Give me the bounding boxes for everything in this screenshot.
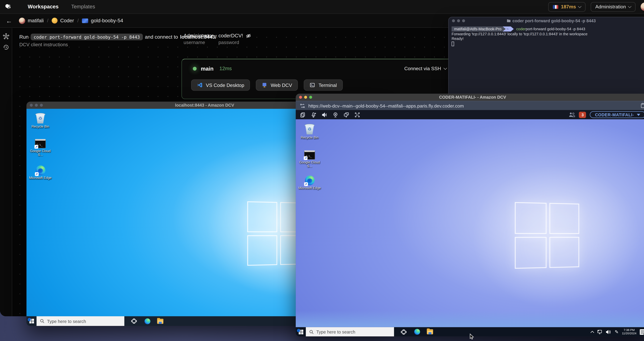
resources-topology-icon[interactable] <box>0 31 12 42</box>
agent-name: main <box>201 65 214 72</box>
command-name: coder <box>516 27 526 31</box>
shortcut-arrow-icon: ↗ <box>34 145 38 148</box>
chevron-down-icon <box>578 4 582 8</box>
terminal-output-line: Ready! <box>452 36 644 41</box>
breadcrumb-workspace-label: gold-booby-54 <box>91 18 123 24</box>
connect-via-ssh-label: Connect via SSH <box>404 66 441 71</box>
top-navigation: Workspaces Templates 187ms Administratio… <box>0 0 644 14</box>
password-field: coderDCV! password <box>218 33 251 45</box>
folder-icon <box>506 19 511 23</box>
chevron-down-icon <box>444 66 447 70</box>
users-icon[interactable] <box>569 112 575 117</box>
connect-via-ssh-button[interactable]: Connect via SSH <box>404 66 446 71</box>
administration-label: Administration <box>595 4 626 9</box>
desktop-icon-recycle-bin[interactable]: ♻ Recycle Bin <box>298 124 321 140</box>
terminal-label: Terminal <box>318 82 337 88</box>
desktop-icon-google-cloud[interactable]: C:\_ ↗ Google Cloud S... <box>29 139 52 157</box>
user-avatar[interactable] <box>641 2 644 11</box>
taskbar-edge-button[interactable] <box>414 329 420 335</box>
command-window-icon: C:\_ ↗ <box>35 139 46 148</box>
vscode-icon <box>197 82 202 88</box>
password-label: password <box>218 40 251 45</box>
coder-logo[interactable] <box>4 3 15 10</box>
desktop-icon-label: Microsoft Edge <box>29 176 52 180</box>
vscode-desktop-button[interactable]: VS Code Desktop <box>191 79 250 91</box>
terminal-titlebar[interactable]: coder port-forward gold-booby-54 -p 8443 <box>448 17 644 24</box>
speaker-icon[interactable] <box>606 330 611 334</box>
monitor-icon <box>262 82 267 88</box>
back-button[interactable]: ← <box>6 17 12 24</box>
coder-logo-icon <box>4 3 11 10</box>
session-menu-button[interactable]: CODER-MATIFALI- <box>590 111 644 118</box>
pen-icon[interactable]: ✎ <box>615 330 618 334</box>
fullscreen-icon[interactable] <box>354 112 360 117</box>
speaker-icon[interactable] <box>322 112 327 117</box>
eye-off-icon[interactable] <box>246 33 251 38</box>
dcv-front-titlebar[interactable]: CODER-MATIFALI- - Amazon DCV <box>296 94 644 101</box>
taskbar-clock[interactable]: 7:38 PM 11/20/2024 <box>622 328 636 335</box>
dcv-window-coder-matifali: CODER-MATIFALI- - Amazon DCV https://web… <box>296 94 644 336</box>
breadcrumb-org-label: Coder <box>60 18 74 24</box>
breadcrumb-separator: / <box>47 18 48 24</box>
desktop-icon-label: Microsoft Edge <box>298 186 321 190</box>
breadcrumb-workspace[interactable]: gold-booby-54 <box>82 18 123 24</box>
windows-wallpaper-logo <box>515 202 579 269</box>
password-value: coderDCV! <box>218 33 243 39</box>
taskbar-edge-button[interactable] <box>144 318 150 324</box>
history-icon[interactable] <box>0 42 12 52</box>
prompt-path-segment: ~ <box>506 26 511 32</box>
tab-workspaces[interactable]: Workspaces <box>28 4 58 10</box>
breadcrumb-user[interactable]: matifali <box>19 18 44 24</box>
user-avatar-small <box>19 18 25 24</box>
system-tray: ✎ 7:38 PM 11/20/2024 1 <box>591 328 644 335</box>
administration-menu-button[interactable]: Administration <box>591 2 636 12</box>
shortcut-arrow-icon: ↗ <box>35 172 38 176</box>
command-window-icon: C:\_ ↗ <box>304 150 315 160</box>
terminal-content[interactable]: matifali@Atifs-MacBook-Pro ~ coder port-… <box>448 24 644 48</box>
latency-pill[interactable]: 187ms <box>548 2 586 12</box>
session-name: CODER-MATIFALI- <box>595 112 634 117</box>
terminal-cursor <box>452 42 454 46</box>
desktop-icon-recycle-bin[interactable]: ♻ Recycle Bin <box>29 113 52 128</box>
task-view-button[interactable] <box>131 318 137 324</box>
mouse-cursor <box>470 334 474 340</box>
web-dcv-label: Web DCV <box>271 82 292 88</box>
desktop-icon-google-cloud[interactable]: C:\_ ↗ Google Cloud S... <box>298 150 321 168</box>
agent-card: main 12ms Connect via SSH VS Code Deskto… <box>182 59 454 99</box>
desktop-icon-label: Google Cloud S... <box>298 160 321 168</box>
terminal-icon <box>310 82 315 88</box>
dcv-client-instructions-link[interactable]: DCV client instructions <box>19 42 68 47</box>
clipboard-icon[interactable] <box>640 103 644 108</box>
desktop-icon-label: Google Cloud S... <box>29 149 52 157</box>
notification-count-badge[interactable]: 3 <box>579 112 586 118</box>
desktop-icon-microsoft-edge[interactable]: ↗ Microsoft Edge <box>29 166 52 180</box>
task-view-button[interactable] <box>401 329 406 334</box>
dcv-url: https://web-dcv--main--gold-booby-54--ma… <box>308 103 637 108</box>
display-network-icon[interactable] <box>597 330 602 334</box>
dcv-url-bar[interactable]: https://web-dcv--main--gold-booby-54--ma… <box>296 101 644 110</box>
breadcrumb-org[interactable]: Coder <box>52 18 74 24</box>
webcam-off-icon[interactable] <box>333 112 338 117</box>
connection-icon <box>300 103 305 108</box>
desktop-icon-microsoft-edge[interactable]: ↗ Microsoft Edge <box>298 176 321 190</box>
terminal-button[interactable]: Terminal <box>304 79 343 91</box>
username-field: Administrator username <box>184 33 213 45</box>
web-dcv-button[interactable]: Web DCV <box>256 79 298 91</box>
taskbar-search-box[interactable]: Type here to search <box>36 316 124 326</box>
powerline-arrow <box>511 26 514 32</box>
taskbar-search-box[interactable]: Type here to search <box>306 327 394 336</box>
taskbar-file-explorer-button[interactable] <box>157 318 164 324</box>
latency-value: 187ms <box>561 4 576 9</box>
mic-muted-icon[interactable] <box>311 112 316 117</box>
taskbar-file-explorer-button[interactable] <box>427 329 433 334</box>
action-center-button[interactable]: 1 <box>640 329 644 334</box>
terminal-output-line: Forwarding 'tcp://127.0.0.1:8443' locall… <box>452 32 644 36</box>
windows-desktop[interactable]: ♻ Recycle Bin C:\_ ↗ Google Cloud S... ↗… <box>296 119 644 327</box>
tray-chevron-up-icon[interactable] <box>591 331 594 334</box>
displays-icon[interactable] <box>344 112 349 117</box>
copy-icon[interactable] <box>300 112 306 117</box>
clock-date: 11/20/2024 <box>622 332 636 336</box>
tab-templates[interactable]: Templates <box>71 4 95 10</box>
dcv-front-title: CODER-MATIFALI- - Amazon DCV <box>296 95 644 100</box>
side-rail <box>0 28 12 316</box>
